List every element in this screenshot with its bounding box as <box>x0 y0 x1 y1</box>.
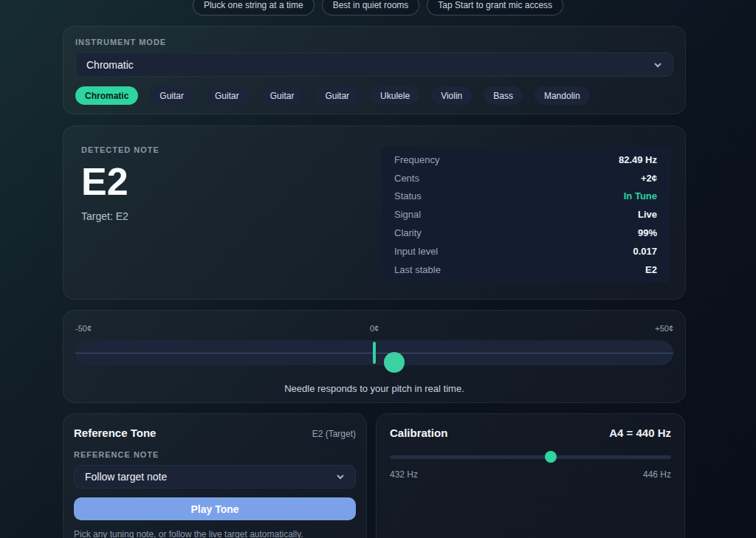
instrument-mode-card: INSTRUMENT MODE Chromatic Chromatic Guit… <box>63 26 686 114</box>
meter-center-label: 0¢ <box>370 324 379 333</box>
stat-row-status: Status In Tune <box>394 187 657 206</box>
meter-needle-dot <box>384 352 405 373</box>
chevron-down-icon <box>336 472 345 481</box>
stat-row-last-stable: Last stable E2 <box>394 261 657 279</box>
calibration-value: A4 = 440 Hz <box>609 427 671 439</box>
tuning-meter-card: -50¢ 0¢ +50¢ Needle responds to your pit… <box>63 310 686 403</box>
reference-tone-title: Reference Tone <box>74 427 156 439</box>
pill-violin[interactable]: Violin <box>431 86 472 105</box>
chevron-down-icon <box>653 61 662 69</box>
pill-guitar-1[interactable]: Guitar <box>150 86 193 105</box>
hint-badges: Pluck one string at a time Best in quiet… <box>0 0 756 15</box>
detected-note-card: DETECTED NOTE E2 Target: E2 Frequency 82… <box>63 125 686 300</box>
meter-center-tick <box>373 342 376 364</box>
calibration-slider-track[interactable] <box>390 455 671 459</box>
stat-row-clarity: Clarity 99% <box>394 224 657 242</box>
reference-tone-card: Reference Tone E2 (Target) REFERENCE NOT… <box>63 413 367 538</box>
detected-note-left: DETECTED NOTE E2 Target: E2 <box>81 145 159 299</box>
pill-bass[interactable]: Bass <box>484 86 523 105</box>
pill-ukulele[interactable]: Ukulele <box>371 86 419 105</box>
instrument-mode-selected-value: Chromatic <box>86 59 134 71</box>
detected-note-label: DETECTED NOTE <box>81 145 159 154</box>
reference-tone-header: Reference Tone E2 (Target) <box>74 427 356 439</box>
calibration-card: Calibration A4 = 440 Hz 432 Hz 446 Hz <box>376 413 685 538</box>
meter-max-label: +50¢ <box>655 324 673 333</box>
instrument-mode-label: INSTRUMENT MODE <box>75 38 673 46</box>
pill-mandolin[interactable]: Mandolin <box>535 86 590 105</box>
stat-row-signal: Signal Live <box>394 205 657 224</box>
calibration-title: Calibration <box>390 427 447 439</box>
reference-note-select[interactable]: Follow target note <box>74 465 356 489</box>
pill-guitar-3[interactable]: Guitar <box>261 86 304 105</box>
calibration-range-labels: 432 Hz 446 Hz <box>390 469 671 480</box>
hint-badge: Pluck one string at a time <box>193 0 315 15</box>
hint-badge: Best in quiet rooms <box>322 0 420 15</box>
meter-track <box>75 340 673 365</box>
target-note-text: Target: E2 <box>81 210 159 222</box>
reference-note-label: REFERENCE NOTE <box>74 450 356 459</box>
stat-row-cents: Cents +2¢ <box>394 169 657 187</box>
reference-caption: Pick any tuning note, or follow the live… <box>74 529 356 538</box>
reference-target-text: E2 (Target) <box>312 429 356 439</box>
stats-panel: Frequency 82.49 Hz Cents +2¢ Status In T… <box>381 147 670 283</box>
instrument-pill-row: Chromatic Guitar Guitar Guitar Guitar Uk… <box>75 86 673 105</box>
play-tone-button[interactable]: Play Tone <box>74 497 356 520</box>
calibration-slider-thumb[interactable] <box>545 451 557 463</box>
calibration-slider[interactable] <box>390 451 671 463</box>
hint-badge: Tap Start to grant mic access <box>427 0 563 15</box>
calibration-header: Calibration A4 = 440 Hz <box>390 427 671 439</box>
pill-chromatic[interactable]: Chromatic <box>75 86 138 105</box>
calibration-min-label: 432 Hz <box>390 469 418 480</box>
meter-scale: -50¢ 0¢ +50¢ <box>75 324 673 333</box>
stat-row-input-level: Input level 0.017 <box>394 242 657 261</box>
meter-caption: Needle responds to your pitch in real ti… <box>75 383 673 394</box>
reference-note-selected-value: Follow target note <box>85 471 167 483</box>
instrument-mode-select[interactable]: Chromatic <box>75 52 673 77</box>
meter-min-label: -50¢ <box>75 324 92 333</box>
status-badge: In Tune <box>624 190 657 201</box>
calibration-max-label: 446 Hz <box>643 469 671 480</box>
detected-note-value: E2 <box>81 162 159 201</box>
pill-guitar-4[interactable]: Guitar <box>315 86 359 105</box>
stat-row-frequency: Frequency 82.49 Hz <box>394 151 657 169</box>
pill-guitar-2[interactable]: Guitar <box>205 86 249 105</box>
